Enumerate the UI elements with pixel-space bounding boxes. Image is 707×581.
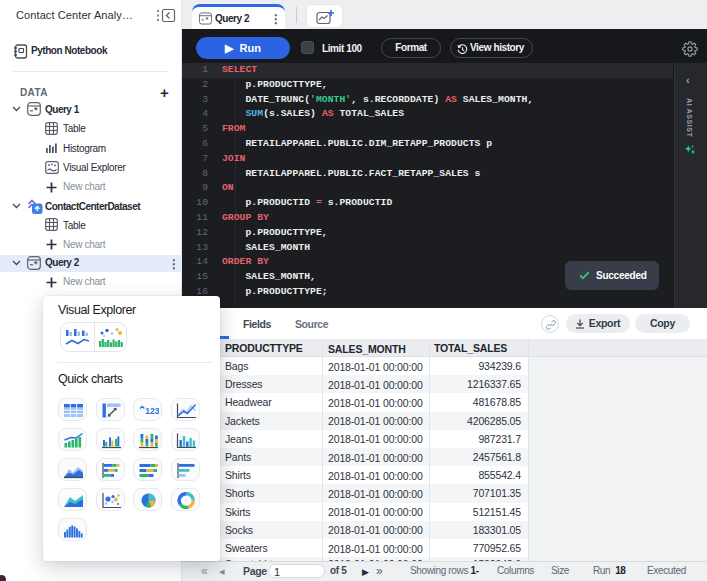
svg-text:*: *	[34, 259, 38, 269]
svg-text:*: *	[206, 15, 209, 24]
svg-text:123: 123	[145, 406, 159, 416]
svg-text:*: *	[34, 105, 38, 115]
